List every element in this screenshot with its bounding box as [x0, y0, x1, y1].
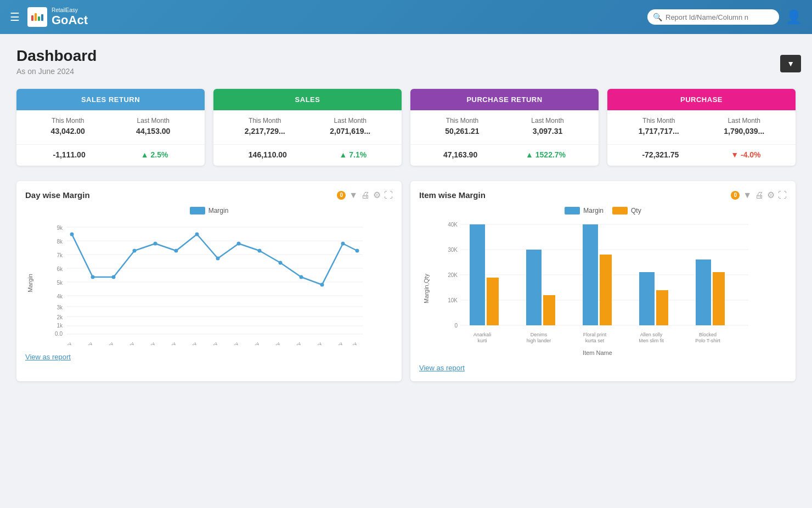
- svg-point-33: [341, 242, 345, 246]
- logo-text-big: GoAct: [52, 13, 88, 27]
- svg-text:20K: 20K: [448, 272, 458, 278]
- purchase-return-header: PURCHASE RETURN: [410, 89, 599, 110]
- logo-bar-red: [31, 15, 33, 21]
- svg-text:2k: 2k: [57, 314, 63, 320]
- svg-point-22: [112, 275, 116, 279]
- sales-footer: 146,110.00 ▲ 7.1%: [213, 144, 402, 166]
- last-month-value: 2,071,619...: [330, 127, 370, 136]
- page-subtitle: As on June 2024: [16, 67, 796, 76]
- last-month-value: 3,097.31: [531, 127, 563, 136]
- svg-text:Denims: Denims: [531, 332, 548, 337]
- filter-icon-2[interactable]: ▼: [743, 190, 752, 200]
- svg-point-27: [216, 257, 220, 261]
- print-icon[interactable]: 🖨: [361, 190, 370, 200]
- svg-text:14 May: 14 May: [99, 341, 114, 345]
- svg-text:15 May: 15 May: [120, 341, 135, 345]
- sales-return-footer: -1,111.00 ▲ 2.5%: [16, 144, 205, 166]
- bar-anarkali-margin: [470, 224, 485, 325]
- sales-return-body: This Month 43,042.00 Last Month 44,153.0…: [16, 110, 205, 140]
- item-wise-bar-chart: 40K 30K 20K 10K 0: [441, 219, 754, 356]
- qty-legend-item: Qty: [612, 207, 641, 215]
- svg-text:Polo T-shirt: Polo T-shirt: [695, 338, 720, 343]
- svg-text:30K: 30K: [448, 247, 458, 253]
- svg-point-31: [300, 275, 303, 279]
- svg-point-28: [237, 242, 241, 246]
- this-month-value: 1,717,717...: [639, 127, 679, 136]
- svg-text:0: 0: [454, 323, 458, 329]
- svg-text:18 May: 18 May: [182, 341, 198, 345]
- bar-floral-margin: [583, 224, 598, 325]
- svg-text:23 May: 23 May: [286, 341, 302, 345]
- svg-text:7k: 7k: [57, 252, 63, 258]
- expand-icon-2[interactable]: ⛶: [778, 190, 787, 200]
- svg-point-32: [320, 283, 324, 287]
- day-wise-legend-row: Margin: [25, 207, 393, 215]
- bar-blocked-qty: [713, 272, 725, 325]
- svg-text:Allen solly: Allen solly: [640, 332, 663, 337]
- svg-text:1k: 1k: [57, 323, 63, 329]
- purchase-return-months: This Month 50,261.21 Last Month 3,097.31: [419, 117, 590, 136]
- item-wise-legend-row: Margin Qty: [419, 207, 787, 215]
- item-wise-y-axis-label: Margin,Qty: [423, 274, 430, 303]
- margin-legend-box: [190, 207, 205, 215]
- day-wise-y-axis-label: Margin: [27, 274, 33, 292]
- svg-text:high lander: high lander: [527, 338, 551, 343]
- purchase-this-month: This Month 1,717,717...: [639, 117, 679, 136]
- page-title: Dashboard: [16, 47, 796, 65]
- svg-point-29: [258, 249, 262, 253]
- item-wise-view-report-link[interactable]: View as report: [419, 364, 465, 372]
- sales-last-month: Last Month 2,071,619...: [330, 117, 370, 136]
- logo-bar-green: [38, 16, 40, 21]
- svg-text:4k: 4k: [57, 293, 63, 300]
- print-icon-2[interactable]: 🖨: [755, 190, 764, 200]
- user-icon[interactable]: 👤: [786, 9, 802, 25]
- item-wise-margin-header: Item wise Margin 0 ▼ 🖨 ⚙ ⛶: [419, 190, 787, 200]
- sales-return-card: SALES RETURN This Month 43,042.00 Last M…: [16, 89, 205, 166]
- settings-icon[interactable]: ⚙: [373, 190, 381, 200]
- search-input[interactable]: [666, 13, 771, 21]
- filter-icon[interactable]: ▼: [349, 190, 358, 200]
- settings-icon-2[interactable]: ⚙: [767, 190, 775, 200]
- day-wise-view-report-link[interactable]: View as report: [25, 353, 71, 361]
- svg-text:40K: 40K: [448, 222, 458, 228]
- svg-text:6k: 6k: [57, 266, 63, 272]
- purchase-return-card: PURCHASE RETURN This Month 50,261.21 Las…: [410, 89, 599, 166]
- margin-legend-label-2: Margin: [583, 207, 604, 215]
- svg-text:Anarkali: Anarkali: [473, 332, 492, 337]
- app-header: ☰ RetailEasy GoAct 🔍 👤: [0, 0, 812, 34]
- sales-return-months: This Month 43,042.00 Last Month 44,153.0…: [25, 117, 196, 136]
- logo-icon: [27, 7, 47, 27]
- purchase-return-pct: ▲ 1522.7%: [526, 150, 566, 159]
- svg-text:Floral print: Floral print: [583, 332, 607, 337]
- item-wise-margin-card: Item wise Margin 0 ▼ 🖨 ⚙ ⛶ Margin Qty: [410, 181, 796, 381]
- purchase-body: This Month 1,717,717... Last Month 1,790…: [607, 110, 796, 140]
- svg-text:21 May: 21 May: [245, 341, 260, 345]
- day-wise-margin-card: Day wise Margin 0 ▼ 🖨 ⚙ ⛶ Margin Margin: [16, 181, 402, 381]
- last-month-label: Last Month: [136, 117, 170, 125]
- this-month-value: 43,042.00: [51, 127, 85, 136]
- margin-legend-item: Margin: [190, 207, 229, 215]
- purchase-return-this-month: This Month 50,261.21: [445, 117, 479, 136]
- margin-legend-item-2: Margin: [565, 207, 604, 215]
- svg-text:Men slim fit: Men slim fit: [639, 338, 664, 343]
- purchase-return-last-month: Last Month 3,097.31: [531, 117, 563, 136]
- svg-text:12 May: 12 May: [57, 341, 72, 345]
- svg-point-21: [91, 275, 95, 279]
- global-filter-button[interactable]: ▼: [780, 55, 801, 72]
- svg-text:20 May: 20 May: [224, 341, 239, 345]
- svg-text:8k: 8k: [57, 239, 63, 245]
- svg-text:24 May: 24 May: [307, 341, 323, 345]
- bar-denims-margin: [526, 250, 542, 325]
- day-wise-chart-wrap: Margin 9k 8k 7k 6k 5k 4k 3k 2k 1k 0.0: [25, 219, 393, 347]
- svg-text:19 May: 19 May: [203, 341, 218, 345]
- hamburger-icon[interactable]: ☰: [10, 10, 20, 24]
- main-content: Dashboard As on June 2024 ▼ SALES RETURN…: [0, 34, 812, 394]
- search-box[interactable]: 🔍: [647, 9, 779, 25]
- last-month-label: Last Month: [724, 117, 764, 125]
- expand-icon[interactable]: ⛶: [384, 190, 393, 200]
- sales-return-title: SALES RETURN: [81, 95, 140, 104]
- logo-bar-orange: [35, 13, 37, 21]
- purchase-pct: ▼ -4.0%: [731, 150, 760, 159]
- bar-blocked-margin: [696, 259, 711, 325]
- svg-point-30: [279, 261, 283, 265]
